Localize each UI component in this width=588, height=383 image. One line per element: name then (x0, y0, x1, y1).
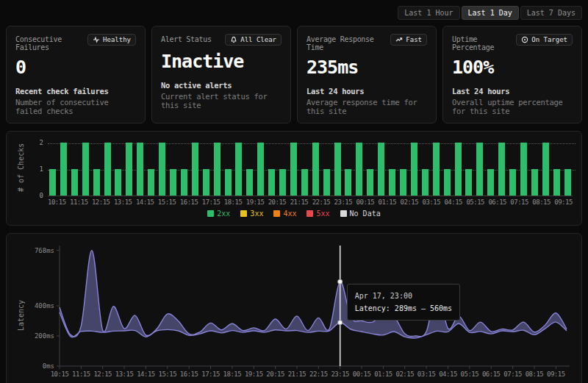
status-badge-on-target: On Target (516, 34, 573, 46)
x-tick-label: 15:15 (158, 198, 176, 206)
badge-label: Healthy (103, 36, 131, 43)
uptime-dashboard: Last 1 Hour Last 1 Day Last 7 Days Conse… (0, 0, 588, 383)
y-tick-label: 200ms (35, 332, 54, 340)
active-dot-min (338, 321, 343, 325)
latency-area-chart: 0ms200ms400ms768ms10:1511:1512:1513:1514… (26, 241, 573, 383)
x-tick-label: 02:15 (395, 371, 414, 378)
check-bar (257, 143, 264, 196)
check-bar (159, 143, 165, 196)
legend-label: 4xx (283, 210, 296, 218)
check-bar (345, 169, 351, 196)
check-bar (192, 143, 198, 196)
x-tick-label: 17:15 (202, 198, 220, 206)
x-tick-label: 20:15 (268, 198, 287, 206)
x-tick-label: 03:15 (422, 198, 440, 206)
status-badge-all-clear: All Clear (225, 34, 282, 46)
check-bar (301, 169, 308, 196)
check-bar (356, 143, 362, 196)
check-bar (465, 169, 472, 196)
time-range-last-1-hour[interactable]: Last 1 Hour (398, 6, 459, 20)
x-tick-label: 18:15 (224, 198, 243, 206)
check-bar (455, 143, 462, 196)
checks-y-axis-title: # of Checks (15, 139, 26, 196)
check-bar (137, 143, 143, 196)
card-title: Uptime Percentage (452, 34, 516, 51)
check-bar (323, 169, 330, 196)
check-bar (378, 143, 384, 196)
check-bar (82, 143, 89, 196)
check-bar (268, 169, 275, 196)
card-description: Overall uptime percentage for this site (452, 98, 573, 115)
check-bar (487, 169, 494, 196)
x-tick-label: 22:15 (312, 198, 331, 206)
x-tick-label: 00:15 (353, 371, 371, 378)
card-subtitle: Last 24 hours (306, 87, 427, 96)
x-tick-label: 08:15 (532, 198, 551, 206)
target-icon (521, 36, 528, 43)
x-tick-label: 04:15 (439, 371, 457, 378)
legend-item-2xx: 2xx (207, 210, 230, 218)
y-tick-label: 0ms (43, 362, 54, 370)
bell-icon (230, 36, 237, 43)
status-badge-healthy: Healthy (87, 34, 136, 46)
x-tick-label: 07:15 (510, 198, 528, 206)
check-bar (214, 143, 220, 196)
x-tick-label: 16:15 (180, 371, 198, 378)
legend-item-4xx: 4xx (273, 210, 296, 218)
x-tick-label: 06:15 (488, 198, 506, 206)
x-tick-label: 14:15 (137, 371, 155, 378)
x-tick-label: 09:15 (554, 198, 573, 206)
check-bar (509, 169, 516, 196)
check-bar (367, 169, 373, 196)
checks-chart-panel: # of Checks 012 10:1511:1512:1513:1514:1… (6, 131, 582, 226)
x-tick-label: 20:15 (266, 371, 284, 378)
check-bar (312, 143, 319, 196)
legend-swatch (207, 210, 214, 217)
badge-label: Fast (406, 36, 422, 43)
card-subtitle: Recent check failures (15, 87, 136, 96)
check-bar (225, 169, 232, 196)
check-bar (290, 143, 297, 196)
time-range-last-7-days[interactable]: Last 7 Days (520, 6, 582, 20)
y-tick-label: 768ms (35, 247, 54, 254)
legend-item-3xx: 3xx (240, 210, 263, 218)
check-bar (334, 143, 341, 196)
time-range-selector: Last 1 Hour Last 1 Day Last 7 Days (6, 6, 582, 20)
badge-label: On Target (531, 36, 567, 43)
check-bar (411, 143, 417, 196)
check-bar (389, 169, 395, 196)
checks-x-axis-labels: 10:1511:1512:1513:1514:1515:1516:1517:15… (48, 198, 573, 206)
x-tick-label: 19:15 (246, 198, 265, 206)
legend-swatch (273, 210, 280, 217)
check-bar (126, 143, 132, 196)
checks-legend: 2xx3xx4xx5xxNo Data (15, 210, 573, 218)
check-bar (71, 169, 78, 196)
checks-bar-plot[interactable] (48, 139, 573, 196)
latency-chart-panel: Latency 0ms200ms400ms768ms10:1511:1512:1… (6, 233, 582, 383)
stat-card-consecutive-failures: Consecutive Failures Healthy 0 Recent ch… (6, 26, 146, 124)
latency-plot[interactable]: 0ms200ms400ms768ms10:1511:1512:1513:1514… (26, 241, 573, 383)
check-bar (422, 169, 429, 196)
check-bar (564, 169, 571, 196)
check-bar (203, 169, 209, 196)
x-tick-label: 09:15 (547, 371, 565, 378)
bars-container (49, 139, 571, 196)
card-subtitle: No active alerts (161, 81, 282, 90)
check-bar (498, 143, 505, 196)
time-range-last-1-day[interactable]: Last 1 Day (462, 6, 519, 20)
check-bar (553, 169, 560, 196)
check-bar (148, 169, 154, 196)
legend-swatch (240, 210, 247, 217)
x-tick-label: 21:15 (288, 371, 306, 378)
card-description: Average response time for this site (306, 98, 427, 115)
x-tick-label: 22:15 (309, 371, 328, 378)
legend-swatch (340, 210, 347, 217)
check-bar (520, 143, 527, 196)
y-tick-label: 0 (40, 192, 43, 199)
legend-swatch (306, 210, 313, 217)
check-bar (170, 169, 176, 196)
x-tick-label: 12:15 (93, 371, 112, 378)
x-tick-label: 05:15 (461, 371, 479, 378)
stat-card-average-response-time: Average Response Time Fast 235ms Last 24… (297, 26, 437, 124)
x-tick-label: 11:15 (70, 198, 88, 206)
